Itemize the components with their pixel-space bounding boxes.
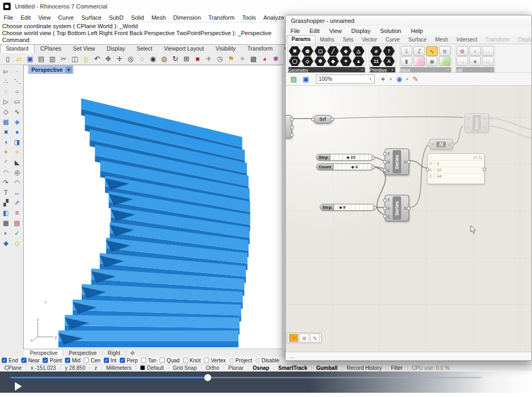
series-input-port-nub[interactable] [383,160,387,164]
rhino-menu-tools[interactable]: Tools [238,14,260,21]
graph-mapper-icon[interactable]: Z [413,46,425,56]
viewport-tab-right-2[interactable]: Right [103,350,126,356]
viewport-tab-perspective-0[interactable]: Perspective [24,350,63,356]
series-input-port-nub[interactable] [383,198,387,202]
series-input-port-nub[interactable] [383,168,387,172]
osnap-cen-checkbox[interactable] [84,358,89,363]
slider-grip[interactable]: ◆9 [339,204,345,210]
point-style-icon[interactable]: · [12,66,22,76]
gh-tab-mesh[interactable]: Mesh [431,36,452,44]
status-toggle-ortho[interactable]: Ortho [202,365,224,371]
viewport-tab-perspective-1[interactable]: Perspective [63,350,102,356]
open-document-icon[interactable]: ▨ [288,75,299,84]
point-cloud-icon[interactable]: ⋱ [12,76,22,86]
rhino-menu-transform[interactable]: Transform [205,14,239,21]
series-component-1[interactable]: SNCSeriesS [385,148,409,175]
gh-tab-maths[interactable]: Maths [315,36,338,44]
number-slider-icon[interactable]: ∿ [426,46,438,56]
seek-bar[interactable] [11,377,481,378]
select-arrow-icon[interactable]: ▻ [1,66,11,76]
alpha-preview-icon[interactable]: α [300,334,309,342]
fillet-icon[interactable]: ◜ [1,157,11,167]
solver-timer-icon[interactable]: ◔ [289,334,298,342]
transform-icon[interactable]: ⇗ [12,197,22,208]
zoom-icon[interactable]: ◎ [125,54,136,64]
slider-track[interactable]: ◆22 [330,154,373,160]
curve-tools-icon[interactable]: ↷ [1,177,11,187]
palette-expand-icon[interactable]: + [490,68,494,72]
osnap-end[interactable]: ✓End [2,358,18,363]
color-wheel-icon[interactable]: ✺ [270,54,281,64]
open-file-icon[interactable]: ▱ [13,54,24,64]
osnap-quad[interactable]: Quad [160,358,179,363]
status-segment-1[interactable]: x -151.023 [27,365,61,371]
blend-icon[interactable]: ◠ [1,167,11,177]
osnap-vertex[interactable]: Vertex [204,358,226,363]
osnap-project[interactable]: Project [229,358,252,363]
boolean-union-icon[interactable]: ✦ [1,147,11,157]
drape-icon[interactable]: ◆ [1,238,11,248]
panel-output-nub[interactable] [483,168,486,171]
osnap-quad-checkbox[interactable] [160,358,165,363]
geometry-param-icon[interactable]: ✖ [289,46,301,56]
profiler-icon[interactable]: ∿ [310,334,320,342]
output-port[interactable] [290,126,294,129]
move-input-t[interactable]: T [467,126,469,129]
airplane-icon[interactable]: ✈ [203,54,214,64]
osnap-tan[interactable]: Tan [141,358,156,363]
rhino-menu-solid[interactable]: Solid [127,14,147,21]
slider-grip[interactable]: ◆22 [347,154,355,160]
series-input-port-nub[interactable] [383,214,387,218]
osnap-knot-checkbox[interactable] [183,358,188,363]
grasshopper-window[interactable]: Grasshopper - unnamed FileEditViewDispla… [285,15,532,361]
srf-output-port[interactable] [330,118,334,121]
jump-out-icon[interactable]: → [482,46,494,56]
srf-input-port[interactable] [311,118,315,121]
osnap-disable-radio[interactable] [255,358,260,363]
slider-output-port[interactable] [373,206,377,210]
hide-icon[interactable]: ◐ [1,228,11,238]
visibility-icon[interactable]: ≡ [12,208,22,218]
status-toggle-planar[interactable]: Planar [224,365,248,371]
osnap-project-radio[interactable] [229,358,234,363]
series-component-2[interactable]: SNCSeriesS [385,195,409,221]
rhino-menu-subd[interactable]: SubD [105,14,128,21]
zoom-selected-icon[interactable]: ◍ [159,54,170,64]
point-param-icon[interactable]: ◯ [289,56,301,66]
gh-tab-surface[interactable]: Surface [404,36,430,44]
colour-swatch-icon[interactable]: ▒ [439,56,451,66]
gh-menu-file[interactable]: File [286,28,305,34]
copy-to-clipboard-icon[interactable]: ▥ [47,54,58,64]
number-slider-step-22[interactable]: Step◆22 [316,154,373,161]
move-input-g[interactable]: G [467,117,470,120]
slider-output-port[interactable] [371,156,375,160]
osnap-mid[interactable]: ✓Mid [65,358,80,363]
video-player-bar[interactable] [0,371,532,393]
chamfer-icon[interactable]: ◣ [12,157,22,167]
text-icon[interactable]: T [1,187,11,197]
viewport-menu-arrow-icon[interactable]: ▼ [65,67,72,73]
toolbar-tab-standard[interactable]: Standard [0,45,35,53]
status-segment-4[interactable]: Millimeters [102,365,136,371]
zoom-dynamic-icon[interactable]: ◌ [136,54,147,64]
series-input-n[interactable]: N [387,206,390,210]
rhino-menu-file[interactable]: File [0,14,17,21]
palette-expand-icon[interactable]: + [361,68,365,72]
dimension-icon[interactable]: ↔ [12,187,22,197]
paste-icon[interactable]: ▯ [80,54,92,64]
unitz-output-nub[interactable] [451,143,454,146]
sweep-icon[interactable]: ◈ [12,117,22,127]
panel-input-nub[interactable] [426,168,429,171]
series-output-port-nub[interactable] [407,206,411,210]
array-icon[interactable]: ▞ [1,197,11,208]
vector-param-icon[interactable]: ◍ [302,46,313,56]
freeform-curve-icon[interactable]: ∿ [12,106,22,117]
history-icon[interactable]: ◷ [214,54,226,64]
import-icon[interactable]: ⇩ [401,46,412,56]
canvas-zoom-select[interactable]: 100% ∨ [316,75,375,84]
cluster-icon[interactable]: ● [469,46,481,56]
polyline-icon[interactable]: ▷ [1,96,11,106]
status-toggle-grid-snap[interactable]: Grid Snap [169,365,202,371]
move-output-x[interactable]: X [484,126,486,129]
group-param-icon[interactable]: ▲ [353,56,364,66]
